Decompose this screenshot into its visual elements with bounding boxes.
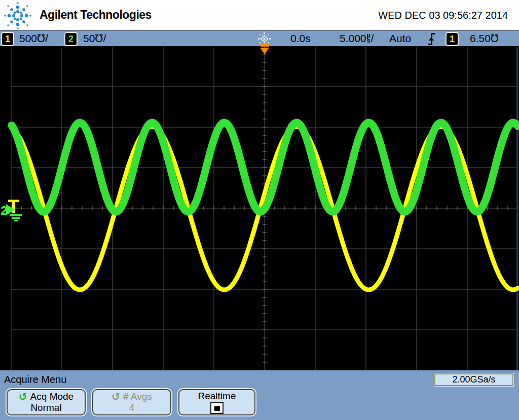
timebase-suffix: / xyxy=(370,32,374,44)
trigger-level[interactable]: 6.50℧ xyxy=(470,32,499,45)
num-avgs-button[interactable]: ↺ # Avgs 4 xyxy=(92,389,171,415)
menu-title: Acquire Menu xyxy=(4,374,66,386)
brand-title: Agilent Technologies xyxy=(40,8,152,22)
rotate-knob-icon: ↺ xyxy=(19,392,27,402)
scope-display: 2 xyxy=(0,47,519,370)
edge-trigger-icon[interactable] xyxy=(428,33,435,45)
realtime-label: Realtime xyxy=(198,391,236,402)
agilent-logo-icon xyxy=(3,1,32,30)
header: Agilent Technologies WED DEC 03 09:56:27… xyxy=(0,0,519,30)
status-toolbar: 1 500℧/ 2 50℧/ 0.0s 5.000µs/ Auto 1 6.50… xyxy=(0,30,519,47)
channel1-badge[interactable]: 1 xyxy=(1,32,14,46)
rotate-knob-icon: ↺ xyxy=(112,392,120,402)
timebase-value: 5.000 xyxy=(340,32,366,44)
num-avgs-value: 4 xyxy=(129,402,135,413)
channel2-badge[interactable]: 2 xyxy=(64,32,78,46)
trigger-position-marker-icon[interactable] xyxy=(260,48,269,54)
realtime-button[interactable]: Realtime xyxy=(178,389,255,415)
acq-mode-value: Normal xyxy=(30,402,61,413)
trigger-mode[interactable]: Auto xyxy=(389,32,411,45)
timebase-setting[interactable]: 5.000µs/ xyxy=(340,32,374,45)
softkey-menu: Acquire Menu 2.00GSa/s ↺ Acq Mode Normal… xyxy=(0,370,519,420)
realtime-checkbox[interactable] xyxy=(210,402,224,414)
datetime-display: WED DEC 03 09:56:27 2014 xyxy=(378,10,508,21)
timebase-unit: µs xyxy=(367,33,370,43)
acq-mode-label: Acq Mode xyxy=(30,391,74,402)
checkbox-fill xyxy=(214,406,220,411)
acq-mode-button[interactable]: ↺ Acq Mode Normal xyxy=(7,389,86,415)
channel2-ground-marker-icon[interactable]: 2 xyxy=(1,204,22,221)
sample-rate-box: 2.00GSa/s xyxy=(434,373,513,386)
num-avgs-label: # Avgs xyxy=(123,391,152,402)
channel1-scale[interactable]: 500℧/ xyxy=(19,32,48,45)
trigger-position-nub xyxy=(261,44,269,47)
time-reference[interactable]: 0.0s xyxy=(290,32,311,45)
scope-markers: 2 xyxy=(0,47,519,370)
trigger-source-badge[interactable]: 1 xyxy=(446,32,459,46)
channel2-scale[interactable]: 50℧/ xyxy=(83,32,106,45)
